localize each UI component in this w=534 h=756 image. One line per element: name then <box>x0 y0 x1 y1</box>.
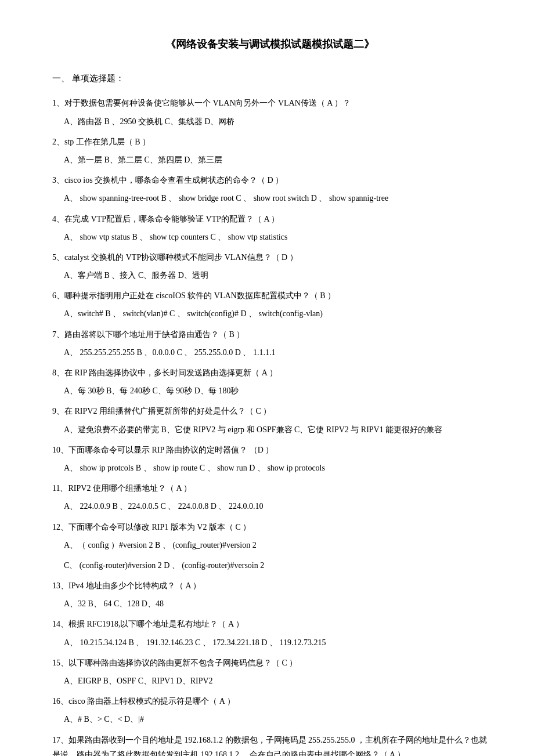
question-14: 14、根据 RFC1918,以下哪个地址是私有地址？（ A ） <box>52 617 488 631</box>
question-11: 11、RIPV2 使用哪个组播地址？（ A ） <box>52 481 488 495</box>
question-6: 6、哪种提示指明用户正处在 ciscoIOS 软件的 VLAN数据库配置模式中？… <box>52 288 488 303</box>
answer-7: A、 255.255.255.255 B 、0.0.0.0 C 、 255.25… <box>52 345 488 360</box>
question-8: 8、在 RIP 路由选择协议中，多长时间发送路由选择更新（ A ） <box>52 366 488 380</box>
question-12: 12、下面哪个命令可以修改 RIP1 版本为 V2 版本（ C ） <box>52 520 488 534</box>
question-5: 5、catalyst 交换机的 VTP协议哪种模式不能同步 VLAN信息？（ D… <box>52 250 488 265</box>
question-9: 9、在 RIPV2 用组播替代广播更新所带的好处是什么？（ C ） <box>52 404 488 418</box>
answer-5: A、客户端 B 、接入 C、服务器 D、透明 <box>52 268 488 283</box>
answer-1: A、路由器 B 、2950 交换机 C、集线器 D、网桥 <box>52 114 488 129</box>
answer-8: A、每 30秒 B、每 240秒 C、每 90秒 D、每 180秒 <box>52 384 488 398</box>
answer-13: A、32 B、 64 C、128 D、48 <box>52 596 488 611</box>
question-15: 15、以下哪种路由选择协议的路由更新不包含子网掩码信息？（ C ） <box>52 656 488 670</box>
question-4: 4、在完成 VTP配置后，哪条命令能够验证 VTP的配置？（ A ） <box>52 212 488 226</box>
answer-4: A、 show vtp status B 、 show tcp counters… <box>52 230 488 244</box>
answer-6: A、switch# B 、 switch(vlan)# C 、 switch(c… <box>52 306 488 321</box>
answer-16: A、# B、> C、< D、|# <box>52 712 488 726</box>
question-16: 16、cisco 路由器上特权模式的提示符是哪个（ A ） <box>52 694 488 708</box>
question-1: 1、对于数据包需要何种设备使它能够从一个 VLAN向另外一个 VLAN传送（ A… <box>52 96 488 110</box>
answer-3: A、 show spanning-tree-root B 、 show brid… <box>52 191 488 205</box>
answer-14: A、 10.215.34.124 B 、 191.32.146.23 C 、 1… <box>52 635 488 650</box>
question-2: 2、stp 工作在第几层（ B ） <box>52 135 488 149</box>
section-header: 一、 单项选择题： <box>52 71 488 86</box>
question-17: 17、如果路由器收到一个目的地址是 192.168.1.2 的数据包，子网掩码是… <box>52 733 488 756</box>
answer-12b: C、 (config-router)#version 2 D 、 (config… <box>52 558 488 573</box>
answer-12a: A、（ config ）#version 2 B 、 (config_route… <box>52 538 488 552</box>
question-7: 7、路由器将以下哪个地址用于缺省路由通告？（ B ） <box>52 327 488 342</box>
answer-9: A、避免浪费不必要的带宽 B、它使 RIPV2 与 eigrp 和 OSPF兼容… <box>52 422 488 437</box>
question-3: 3、cisco ios 交换机中，哪条命令查看生成树状态的命令？（ D ） <box>52 173 488 187</box>
question-10: 10、下面哪条命令可以显示 RIP 路由协议的定时器值？ （D ） <box>52 443 488 457</box>
answer-11: A、 224.0.0.9 B 、224.0.0.5 C 、 224.0.0.8 … <box>52 499 488 513</box>
page-title: 《网络设备安装与调试模拟试题模拟试题二》 <box>52 35 488 53</box>
question-13: 13、IPv4 地址由多少个比特构成？（ A ） <box>52 578 488 593</box>
answer-15: A、EIGRP B、OSPF C、RIPV1 D、RIPV2 <box>52 674 488 688</box>
answer-2: A、第一层 B、第二层 C、第四层 D、第三层 <box>52 153 488 167</box>
answer-10: A、 show ip protcols B 、 show ip route C … <box>52 461 488 475</box>
